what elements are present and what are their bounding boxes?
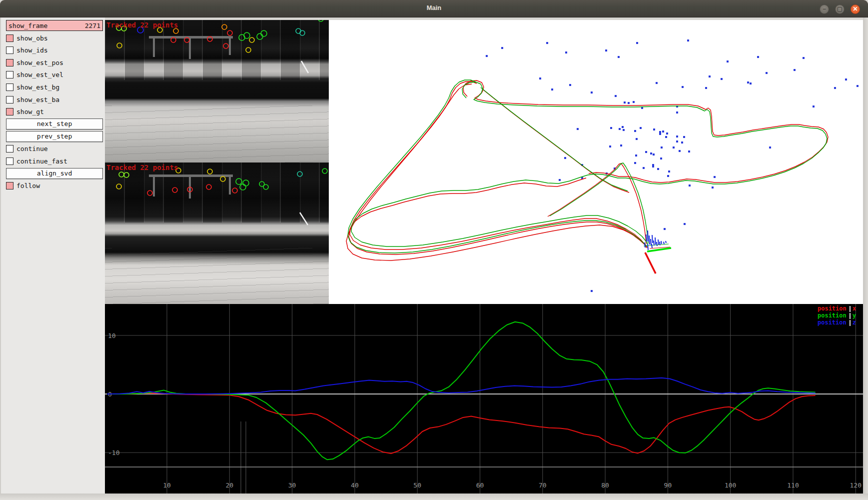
legend-position-x: position x (818, 306, 856, 312)
svg-text:50: 50 (413, 482, 421, 489)
checkbox-continue[interactable]: continue (6, 143, 103, 154)
svg-text:100: 100 (725, 482, 736, 489)
svg-text:20: 20 (225, 482, 233, 489)
camera-view-right[interactable]: Tracked 22 points (105, 162, 329, 305)
show-frame-label: show_frame (8, 22, 47, 30)
button-next_step[interactable]: next_step (6, 118, 103, 130)
checkbox-box-show_est_ba[interactable] (6, 96, 13, 104)
checkbox-box-show_obs[interactable] (6, 34, 13, 42)
legend-separator (850, 320, 851, 326)
camera2-tracked-count: Tracked 22 points (106, 164, 178, 172)
svg-text:80: 80 (601, 482, 609, 489)
svg-text:-10: -10 (108, 449, 119, 456)
plot-legend: position x position y position z (818, 306, 856, 326)
window-border-bottom (0, 494, 868, 500)
close-button[interactable]: ✕ (851, 4, 860, 14)
checkbox-label: follow (16, 182, 40, 190)
svg-text:10: 10 (108, 332, 116, 340)
checkbox-box-show_gt[interactable] (6, 108, 13, 116)
legend-position-z: position z (818, 320, 856, 326)
control-panel: show_frame 2271 show_obsshow_idsshow_est… (0, 18, 105, 500)
legend-position-y: position y (818, 312, 856, 319)
svg-text:10: 10 (163, 482, 171, 489)
legend-separator (850, 313, 851, 319)
legend-separator (850, 306, 851, 312)
svg-text:120: 120 (850, 482, 862, 489)
checkbox-show_est_bg[interactable]: show_est_bg (6, 82, 103, 92)
svg-text:90: 90 (664, 482, 672, 489)
maximize-button[interactable]: ▢ (835, 4, 845, 14)
camera-view-left[interactable]: Tracked 22 points (105, 20, 329, 162)
checkbox-show_obs[interactable]: show_obs (6, 32, 103, 44)
button-align_svd[interactable]: align_svd (6, 168, 103, 179)
checkbox-label: show_est_ba (16, 96, 59, 104)
position-plot-view[interactable]: 102030405060708090100110120100-10 positi… (105, 304, 863, 494)
checkbox-box-follow[interactable] (6, 182, 13, 190)
show-frame-value: 2271 (85, 22, 100, 30)
checkbox-show_gt[interactable]: show_gt (6, 106, 103, 118)
checkbox-label: show_gt (16, 108, 44, 116)
svg-text:30: 30 (288, 482, 296, 489)
checkbox-label: show_est_vel (16, 71, 63, 78)
checkbox-label: show_ids (16, 46, 48, 54)
checkbox-label: show_obs (16, 34, 48, 42)
checkbox-label: continue_fast (16, 158, 67, 165)
svg-text:110: 110 (787, 482, 799, 489)
checkbox-show_est_vel[interactable]: show_est_vel (6, 70, 103, 80)
checkbox-box-show_est_bg[interactable] (6, 84, 13, 91)
checkbox-label: show_est_bg (16, 84, 59, 91)
checkbox-box-show_ids[interactable] (6, 46, 13, 54)
camera1-tracked-count: Tracked 22 points (106, 21, 178, 29)
button-prev_step[interactable]: prev_step (6, 131, 103, 142)
checkbox-box-continue_fast[interactable] (6, 158, 13, 165)
plot-canvas: 102030405060708090100110120100-10 (105, 304, 863, 494)
window-border-right (863, 18, 868, 500)
checkbox-label: show_est_pos (16, 59, 63, 66)
main-window: Main − ▢ ✕ show_frame 2271 show_obsshow_… (0, 0, 868, 500)
checkbox-show_est_ba[interactable]: show_est_ba (6, 94, 103, 105)
checkbox-follow[interactable]: follow (6, 180, 103, 191)
show-frame-slider[interactable]: show_frame 2271 (6, 20, 103, 31)
map-3d-view[interactable] (329, 20, 863, 304)
checkbox-box-show_est_pos[interactable] (6, 59, 13, 66)
svg-text:40: 40 (351, 482, 359, 489)
window-title: Main (0, 4, 868, 12)
svg-text:70: 70 (539, 482, 547, 489)
checkbox-continue_fast[interactable]: continue_fast (6, 156, 103, 166)
trajectory-canvas (329, 20, 863, 304)
checkbox-show_est_pos[interactable]: show_est_pos (6, 57, 103, 68)
checkbox-show_ids[interactable]: show_ids (6, 45, 103, 56)
minimize-button[interactable]: − (820, 4, 829, 14)
camera1-feature-overlay (105, 20, 329, 162)
checkbox-box-continue[interactable] (6, 145, 13, 152)
checkbox-label: continue (16, 145, 48, 152)
title-bar[interactable]: Main − ▢ ✕ (0, 0, 868, 18)
svg-text:60: 60 (476, 482, 484, 489)
checkbox-box-show_est_vel[interactable] (6, 71, 13, 78)
camera2-feature-overlay (105, 162, 329, 305)
